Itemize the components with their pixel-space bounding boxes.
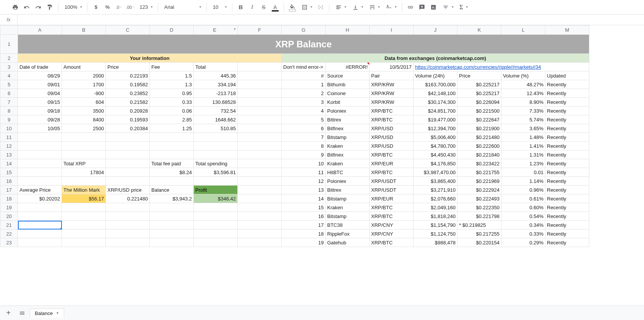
cell[interactable]: $4,176,850 bbox=[414, 159, 457, 168]
cell[interactable]: Recently bbox=[545, 186, 589, 194]
cell[interactable]: XRP/EUR bbox=[370, 159, 414, 168]
cell[interactable]: Bithumb bbox=[326, 80, 370, 89]
cell[interactable] bbox=[18, 229, 62, 238]
cell[interactable]: 12 bbox=[282, 177, 326, 186]
spreadsheet-grid[interactable]: A B C D E▾ F G H I J K L M 1XRP Balance2… bbox=[0, 25, 644, 305]
cell[interactable]: $0.222924 bbox=[457, 186, 501, 194]
cell[interactable]: $2,049,160 bbox=[414, 203, 457, 212]
percent-button[interactable]: % bbox=[102, 2, 113, 13]
cell[interactable]: Recently bbox=[545, 194, 589, 203]
cell[interactable]: 0.33 bbox=[150, 98, 194, 107]
cell[interactable]: XRP/USDT bbox=[370, 186, 414, 194]
strikethrough-button[interactable]: S bbox=[258, 2, 269, 13]
cell[interactable]: 3.65% bbox=[501, 124, 545, 133]
cell[interactable]: 510.85 bbox=[194, 124, 238, 133]
col-header-H[interactable]: H bbox=[326, 26, 370, 35]
cell[interactable]: XRP/BTC bbox=[370, 115, 414, 124]
cell[interactable] bbox=[238, 124, 282, 133]
cell[interactable]: 2500 bbox=[62, 124, 106, 133]
row-header-1[interactable]: 1 bbox=[0, 35, 18, 54]
cell[interactable]: Balance bbox=[150, 186, 194, 194]
cell[interactable] bbox=[194, 150, 238, 159]
cell[interactable]: 0.33% bbox=[501, 229, 545, 238]
cell[interactable] bbox=[150, 142, 194, 150]
col-header-B[interactable]: B bbox=[62, 26, 106, 35]
cell[interactable] bbox=[150, 203, 194, 212]
cell[interactable]: Bitstamp bbox=[326, 194, 370, 203]
cell[interactable]: Pair bbox=[370, 71, 414, 80]
cell[interactable]: 16 bbox=[282, 212, 326, 221]
cell[interactable]: 0.29% bbox=[501, 238, 545, 247]
cell[interactable]: Korbit bbox=[326, 98, 370, 107]
cell[interactable]: Recently bbox=[545, 203, 589, 212]
cell[interactable] bbox=[18, 212, 62, 221]
filter-button[interactable]: ▼ bbox=[440, 2, 456, 12]
cell[interactable]: 1.25 bbox=[150, 124, 194, 133]
cell[interactable] bbox=[150, 212, 194, 221]
cell[interactable] bbox=[106, 133, 150, 142]
cell[interactable]: 15 bbox=[282, 203, 326, 212]
cell[interactable]: Source bbox=[326, 71, 370, 80]
cell[interactable]: $0.222600 bbox=[457, 142, 501, 150]
cell[interactable]: Volume (24h) bbox=[414, 71, 457, 80]
col-header-I[interactable]: I bbox=[370, 26, 414, 35]
cell[interactable] bbox=[238, 159, 282, 168]
cell[interactable]: $30,174,300 bbox=[414, 98, 457, 107]
cell[interactable] bbox=[106, 150, 150, 159]
vertical-align-button[interactable]: ▼ bbox=[349, 2, 365, 12]
cell[interactable]: 6 bbox=[282, 124, 326, 133]
cell[interactable]: 0.221480 bbox=[106, 194, 150, 203]
cell[interactable]: 130.68528 bbox=[194, 98, 238, 107]
cell[interactable] bbox=[62, 150, 106, 159]
cell[interactable]: RippleFox bbox=[326, 229, 370, 238]
cell[interactable]: $0.20202 bbox=[18, 194, 62, 203]
row-header-10[interactable]: 10 bbox=[0, 124, 18, 133]
cell[interactable]: 09/15 bbox=[18, 98, 62, 107]
cell[interactable]: Recently bbox=[545, 229, 589, 238]
cell[interactable]: Recently bbox=[545, 150, 589, 159]
cell[interactable]: 5 bbox=[282, 115, 326, 124]
cell[interactable] bbox=[238, 212, 282, 221]
cell[interactable]: 2 bbox=[282, 89, 326, 98]
cell[interactable]: Recently bbox=[545, 238, 589, 247]
cell[interactable]: 1.14% bbox=[501, 177, 545, 186]
cell[interactable]: 19 bbox=[282, 238, 326, 247]
cell[interactable]: Recently bbox=[545, 177, 589, 186]
cell[interactable]: XRP/KRW bbox=[370, 80, 414, 89]
decrease-decimal-button[interactable]: .0← bbox=[114, 2, 124, 13]
cell[interactable] bbox=[18, 177, 62, 186]
cell[interactable] bbox=[238, 186, 282, 194]
paint-format-button[interactable] bbox=[44, 2, 55, 13]
undo-button[interactable] bbox=[21, 2, 32, 13]
cell[interactable]: XRP/BTC bbox=[370, 107, 414, 115]
cell[interactable]: 1648.662 bbox=[194, 115, 238, 124]
row-header-22[interactable]: 22 bbox=[0, 229, 18, 238]
row-header-4[interactable]: 4 bbox=[0, 71, 18, 80]
cell[interactable]: 1.31% bbox=[501, 150, 545, 159]
cell[interactable]: XRP/BTC bbox=[370, 168, 414, 177]
cell[interactable]: 4 bbox=[282, 107, 326, 115]
row-header-18[interactable]: 18 bbox=[0, 194, 18, 203]
cell[interactable] bbox=[238, 107, 282, 115]
cell[interactable] bbox=[18, 238, 62, 247]
cell[interactable] bbox=[238, 177, 282, 186]
cell[interactable]: 09/01 bbox=[18, 80, 62, 89]
cell[interactable] bbox=[194, 133, 238, 142]
cell[interactable]: Total fee paid bbox=[150, 159, 194, 168]
cell[interactable]: 5.74% bbox=[501, 115, 545, 124]
italic-button[interactable]: I bbox=[247, 2, 258, 13]
cell[interactable]: Recently bbox=[545, 115, 589, 124]
row-header-23[interactable]: 23 bbox=[0, 238, 18, 247]
cell[interactable] bbox=[194, 212, 238, 221]
row-header-11[interactable]: 11 bbox=[0, 133, 18, 142]
cell[interactable]: 8.90% bbox=[501, 98, 545, 107]
cell[interactable]: The Million Mark bbox=[62, 186, 106, 194]
cell[interactable]: 9 bbox=[282, 150, 326, 159]
cell[interactable]: Coinone bbox=[326, 89, 370, 98]
cell[interactable]: 09/18 bbox=[18, 107, 62, 115]
cell[interactable] bbox=[238, 71, 282, 80]
cell[interactable]: $2,076,660 bbox=[414, 194, 457, 203]
row-header-21[interactable]: 21 bbox=[0, 221, 18, 229]
cell[interactable] bbox=[150, 229, 194, 238]
cell[interactable] bbox=[238, 98, 282, 107]
